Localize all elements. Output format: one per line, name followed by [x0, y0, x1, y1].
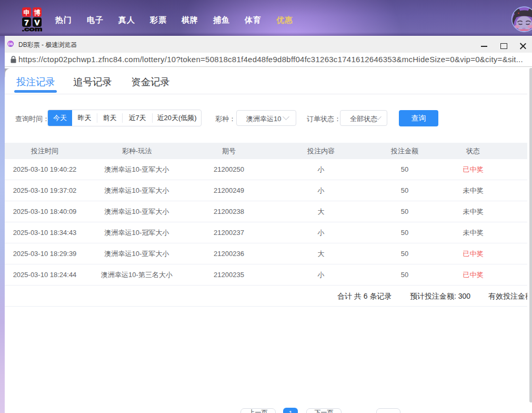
svg-text:.com: .com: [22, 26, 42, 32]
svg-text:DB: DB: [8, 42, 13, 46]
svg-text:博: 博: [34, 9, 41, 16]
svg-text:申: 申: [24, 9, 30, 16]
